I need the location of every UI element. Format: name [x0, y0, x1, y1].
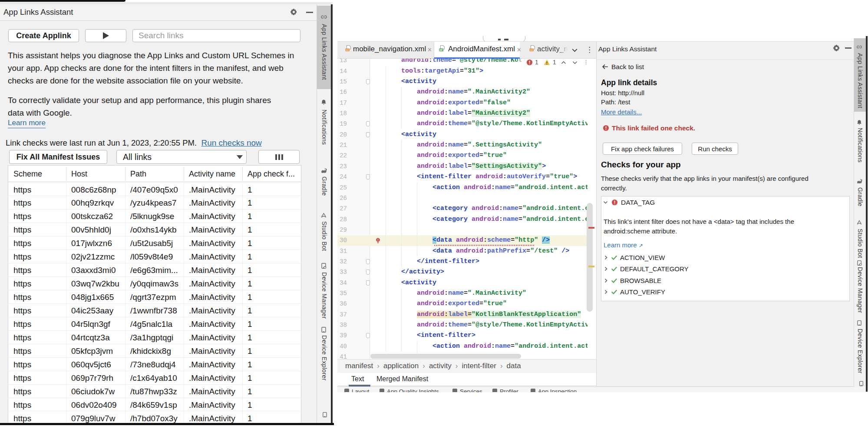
svg-text:<>: <> — [530, 49, 533, 51]
svg-text:<>: <> — [346, 49, 349, 51]
svg-text:MF: MF — [439, 49, 443, 51]
